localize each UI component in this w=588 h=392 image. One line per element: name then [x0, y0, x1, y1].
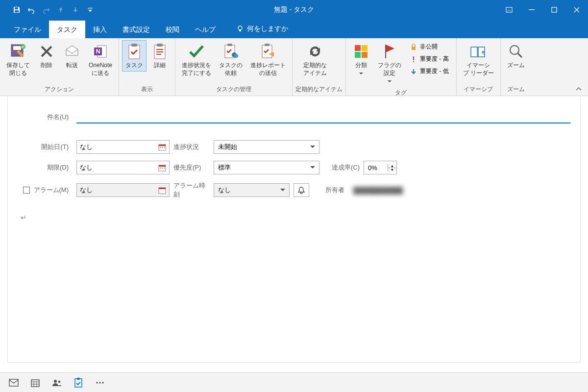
start-date-picker-button[interactable]	[158, 143, 166, 151]
chevron-down-icon	[310, 146, 315, 148]
show-details-button[interactable]: 詳細	[147, 40, 172, 72]
reminder-label: アラーム(M)	[34, 186, 69, 195]
status-combo[interactable]: 未開始	[214, 140, 319, 154]
subject-label: 件名(U)	[18, 113, 76, 122]
quick-access-toolbar	[0, 3, 97, 17]
tags-mini-list: 非公開 重要度 - 高 重要度 - 低	[406, 40, 453, 78]
save-close-icon	[9, 43, 27, 60]
save-close-label: 保存して 閉じる	[6, 61, 30, 77]
due-date-input[interactable]: なし	[76, 161, 170, 174]
qat-customize-button[interactable]	[83, 3, 97, 17]
tab-format[interactable]: 書式設定	[115, 21, 158, 38]
mark-complete-label: 進捗状況を 完了にする	[182, 61, 211, 77]
categorize-button[interactable]: 分類	[349, 40, 373, 79]
followup-label: フラグの 設定	[378, 61, 401, 85]
svg-rect-41	[160, 168, 161, 169]
priority-label: 優先度(P)	[170, 163, 214, 172]
lock-icon	[410, 44, 417, 50]
window-title: 無題 - タスク	[274, 5, 314, 14]
close-button[interactable]	[565, 0, 588, 20]
ribbon: 保存して 閉じる 削除 転送 N OneNote に送る アクション タスク	[0, 38, 588, 96]
nav-tasks-button[interactable]	[70, 374, 87, 392]
svg-rect-17	[156, 51, 163, 52]
due-date-picker-button[interactable]	[158, 164, 166, 172]
zoom-button[interactable]: ズーム	[504, 40, 528, 72]
spinner-down-button[interactable]: ▼	[388, 168, 396, 172]
ribbon-tabs: ファイル タスク 挿入 書式設定 校閲 ヘルプ 何をしますか	[0, 20, 588, 38]
svg-rect-55	[77, 378, 80, 380]
tab-task[interactable]: タスク	[49, 21, 85, 38]
svg-rect-29	[412, 47, 416, 50]
onenote-button[interactable]: N OneNote に送る	[85, 40, 116, 79]
svg-rect-42	[162, 168, 163, 169]
svg-rect-54	[75, 379, 82, 387]
reminder-time-combo[interactable]: なし	[214, 183, 290, 197]
reminder-date-input[interactable]: なし	[76, 183, 170, 197]
categorize-icon	[352, 43, 370, 60]
minimize-button[interactable]	[520, 0, 543, 20]
zoom-label: ズーム	[507, 61, 525, 69]
high-importance-icon	[410, 56, 417, 63]
tab-help[interactable]: ヘルプ	[187, 21, 223, 38]
group-show-label: 表示	[122, 84, 172, 95]
owner-label: 所有者	[309, 186, 348, 195]
window-controls	[498, 0, 588, 20]
assign-task-button[interactable]: タスクの 依頼	[216, 40, 246, 79]
reminder-date-value: なし	[80, 186, 93, 195]
nav-people-button[interactable]	[48, 374, 66, 392]
reminder-sound-button[interactable]	[294, 183, 309, 197]
tab-insert[interactable]: 挿入	[85, 21, 115, 38]
forward-icon	[63, 43, 81, 60]
delete-icon	[38, 43, 55, 60]
save-close-button[interactable]: 保存して 閉じる	[3, 40, 33, 79]
show-task-button[interactable]: タスク	[122, 40, 147, 72]
nav-calendar-button[interactable]	[26, 374, 44, 392]
reminder-time-label: アラーム時刻	[170, 181, 214, 199]
status-value: 未開始	[218, 143, 237, 151]
subject-input[interactable]	[76, 111, 570, 123]
immersive-reader-button[interactable]: イマーシ ブ リーダー	[460, 40, 497, 79]
group-tags: 分類 フラグの 設定 非公開 重要度 - 高 重要度 - 低	[346, 38, 457, 96]
categorize-label: 分類	[355, 61, 367, 77]
svg-rect-43	[164, 168, 165, 169]
mark-complete-button[interactable]: 進捗状況を 完了にする	[178, 40, 215, 79]
priority-combo[interactable]: 標準	[214, 161, 319, 174]
nav-more-button[interactable]	[91, 374, 109, 392]
followup-button[interactable]: フラグの 設定	[374, 40, 405, 88]
status-label: 進捗状況	[170, 143, 214, 151]
undo-button[interactable]	[24, 3, 38, 17]
recurrence-button[interactable]: 定期的な アイテム	[295, 40, 335, 79]
svg-rect-3	[552, 7, 557, 12]
send-status-button[interactable]: 進捗レポート の送信	[247, 40, 289, 79]
forward-button[interactable]: 転送	[60, 40, 84, 72]
tab-file[interactable]: ファイル	[6, 21, 49, 38]
ribbon-display-button[interactable]	[498, 0, 520, 20]
task-form: 件名(U) 開始日(T) なし 進捗状況 未開始 期限(D) なし 優先度(P)…	[7, 96, 581, 363]
task-body-editor[interactable]: ↵	[18, 214, 570, 221]
delete-button[interactable]: 削除	[34, 40, 59, 72]
svg-rect-0	[88, 8, 93, 8]
send-status-icon	[259, 43, 277, 60]
spinner-up-button[interactable]: ▲	[388, 164, 396, 168]
maximize-button[interactable]	[543, 0, 565, 20]
reminder-date-picker-button[interactable]	[158, 186, 166, 194]
svg-rect-45	[159, 188, 166, 189]
start-date-input[interactable]: なし	[76, 140, 170, 154]
recurrence-icon	[306, 43, 324, 60]
low-importance-button[interactable]: 重要度 - 低	[407, 66, 452, 77]
complete-spinner[interactable]: 0% ▲ ▼	[364, 161, 397, 174]
tab-review[interactable]: 校閲	[158, 21, 187, 38]
show-details-label: 詳細	[154, 61, 166, 69]
tell-me-search[interactable]: 何をしますか	[228, 20, 296, 38]
save-button[interactable]	[10, 3, 24, 17]
chevron-down-icon	[310, 166, 315, 169]
nav-mail-button[interactable]	[5, 374, 23, 392]
reminder-checkbox[interactable]	[23, 187, 30, 194]
collapse-ribbon-button[interactable]	[575, 86, 582, 93]
private-button[interactable]: 非公開	[407, 41, 452, 52]
high-importance-button[interactable]: 重要度 - 高	[407, 53, 452, 65]
svg-point-52	[54, 380, 57, 383]
bell-icon	[297, 186, 305, 194]
svg-point-32	[482, 51, 484, 53]
svg-rect-36	[160, 147, 161, 148]
